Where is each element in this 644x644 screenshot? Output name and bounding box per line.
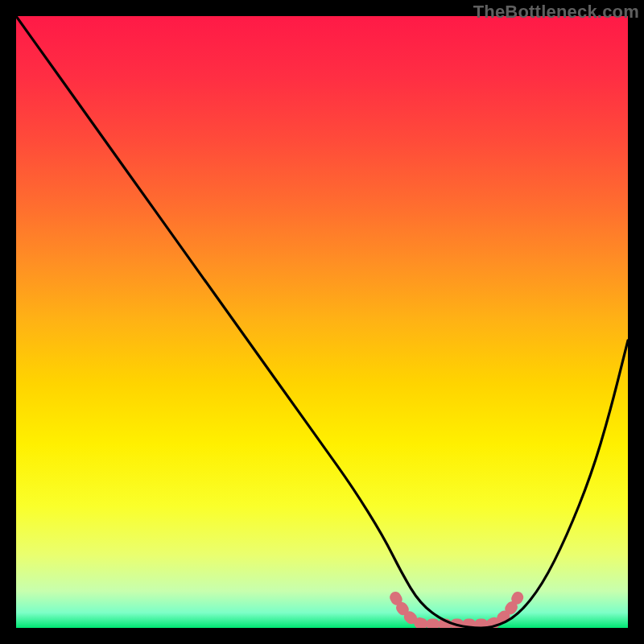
- chart-plot: [16, 16, 628, 628]
- gradient-background: [16, 16, 628, 628]
- chart-frame: [16, 16, 628, 628]
- watermark-text: TheBottleneck.com: [473, 2, 639, 23]
